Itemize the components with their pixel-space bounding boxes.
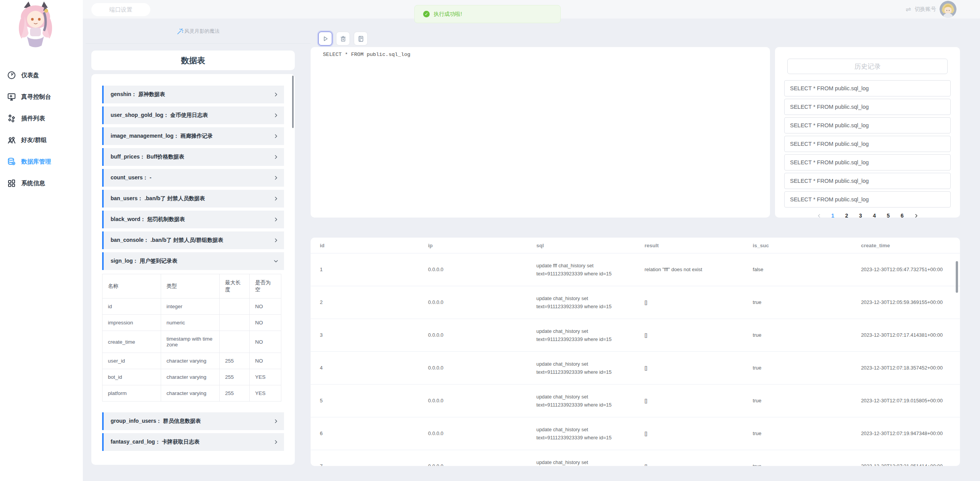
table-list-item[interactable]: ban_users： .ban/b了 封禁人员数据表 <box>102 190 284 208</box>
table-item-label: user_shop_gold_log： 金币使用日志表 <box>111 112 273 119</box>
magic-wand-icon <box>177 28 183 35</box>
schema-cell-maxlen: 255 <box>220 369 250 385</box>
schema-col-maxlen: 最大长度 <box>220 274 250 299</box>
port-settings-button[interactable]: 端口设置 <box>91 3 150 16</box>
table-list-item[interactable]: image_management_log： 画廊操作记录 <box>102 127 284 145</box>
table-list-item-expanded[interactable]: sign_log： 用户签到记录表 <box>102 252 284 270</box>
pagination-page-button[interactable]: 6 <box>895 213 909 219</box>
table-item-label: buff_prices： Buff价格数据表 <box>111 154 273 160</box>
schema-row: user_id character varying 255 NO <box>103 353 281 369</box>
schema-cell-name: create_time <box>103 331 161 353</box>
cell-result: [] <box>635 385 743 417</box>
cell-result: [] <box>635 417 743 450</box>
history-panel: 历史记录 SELECT * FROM public.sql_log SELECT… <box>775 47 960 218</box>
table-list-item[interactable]: count_users： - <box>102 169 284 187</box>
schema-cell-maxlen <box>220 331 250 353</box>
pagination-page-button[interactable]: 3 <box>854 213 867 219</box>
chevron-right-icon <box>273 113 279 118</box>
magic-caption-text: 风灵月影的魔法 <box>185 28 220 35</box>
switch-account-button[interactable]: ⇌ 切换账号 <box>906 0 956 19</box>
sql-editor-input[interactable]: SELECT * FROM public.sql_log <box>311 47 770 218</box>
sidebar-item-console[interactable]: 真寻控制台 <box>0 89 83 105</box>
results-row: 7 0.0.0.0 update chat_history set text=9… <box>311 450 960 466</box>
friends-icon <box>7 135 16 145</box>
cell-create-time: 2023-12-30T12:07:17.414381+00:00 <box>852 319 960 352</box>
editor-toolbar <box>318 32 368 46</box>
results-col-ip: ip <box>419 238 527 253</box>
results-col-create-time: create_time <box>852 238 960 253</box>
history-item[interactable]: SELECT * FROM public.sql_log <box>784 117 951 133</box>
query-results-panel: id ip sql result is_suc create_time 1 0.… <box>311 238 960 466</box>
table-item-label: count_users： - <box>111 174 273 181</box>
history-item[interactable]: SELECT * FROM public.sql_log <box>784 80 951 96</box>
schema-col-name: 名称 <box>103 274 161 299</box>
table-item-label: black_word： 惩罚机制数据表 <box>111 216 273 223</box>
cell-ip: 0.0.0.0 <box>419 253 527 286</box>
pagination-page-button[interactable]: 2 <box>840 213 854 219</box>
success-toast: ✓ 执行成功啦! <box>414 5 561 23</box>
schema-row: impression numeric NO <box>103 315 281 331</box>
switch-account-label: 切换账号 <box>914 6 936 13</box>
pagination-prev-icon[interactable] <box>812 213 826 218</box>
bot-logo-avatar <box>11 1 61 52</box>
results-row: 5 0.0.0.0 update chat_history set text=9… <box>311 385 960 417</box>
history-item[interactable]: SELECT * FROM public.sql_log <box>784 191 951 208</box>
pagination-next-icon[interactable] <box>909 213 923 218</box>
tables-panel-scrollbar[interactable] <box>292 76 294 128</box>
results-col-is-suc: is_suc <box>743 238 852 253</box>
success-check-icon: ✓ <box>423 11 430 17</box>
table-list-item[interactable]: group_info_users： 群员信息数据表 <box>102 412 284 430</box>
cell-id: 3 <box>311 319 419 352</box>
schema-cell-nullable: NO <box>250 299 281 315</box>
table-list-item[interactable]: black_word： 惩罚机制数据表 <box>102 211 284 228</box>
tables-panel-title: 数据表 <box>91 51 295 70</box>
schema-cell-type: character varying <box>161 385 220 402</box>
schema-cell-type: numeric <box>161 315 220 331</box>
play-icon <box>322 35 329 42</box>
sidebar-item-label: 系统信息 <box>21 179 45 187</box>
table-list-item[interactable]: genshin： 原神数据表 <box>102 86 284 103</box>
table-list-item[interactable]: ban_console： .ban/b了 封禁人员/群组数据表 <box>102 231 284 249</box>
sidebar-item-friends-groups[interactable]: 好友/群组 <box>0 132 83 148</box>
results-col-sql: sql <box>527 238 635 253</box>
history-item[interactable]: SELECT * FROM public.sql_log <box>784 136 951 152</box>
history-item[interactable]: SELECT * FROM public.sql_log <box>784 99 951 115</box>
pagination-page-button[interactable]: 1 <box>826 213 840 219</box>
history-item[interactable]: SELECT * FROM public.sql_log <box>784 173 951 189</box>
table-list-item[interactable]: fantasy_card_log： 卡牌获取日志表 <box>102 433 284 451</box>
sidebar-item-system-info[interactable]: 系统信息 <box>0 176 83 191</box>
sidebar-item-database[interactable]: 数据库管理 <box>0 154 83 169</box>
pagination-page-button[interactable]: 5 <box>881 213 895 219</box>
cell-is-suc: true <box>743 450 852 466</box>
history-list: SELECT * FROM public.sql_log SELECT * FR… <box>784 80 951 208</box>
trash-x-icon <box>340 35 347 42</box>
schema-cell-maxlen <box>220 299 250 315</box>
copy-record-button[interactable] <box>354 32 368 46</box>
results-scrollbar[interactable] <box>956 261 958 293</box>
cell-id: 1 <box>311 253 419 286</box>
schema-cell-type: integer <box>161 299 220 315</box>
table-item-label: image_management_log： 画廊操作记录 <box>111 133 273 140</box>
sidebar-item-dashboard[interactable]: 仪表盘 <box>0 68 83 83</box>
cell-ip: 0.0.0.0 <box>419 450 527 466</box>
results-row: 6 0.0.0.0 update chat_history set text=9… <box>311 417 960 450</box>
sidebar-nav: 仪表盘 真寻控制台 插件列表 <box>0 68 83 197</box>
table-item-label: genshin： 原神数据表 <box>111 91 273 98</box>
cell-id: 2 <box>311 286 419 319</box>
table-list-item[interactable]: user_shop_gold_log： 金币使用日志表 <box>102 106 284 124</box>
cell-ip: 0.0.0.0 <box>419 417 527 450</box>
schema-cell-maxlen: 255 <box>220 385 250 402</box>
schema-cell-name: id <box>103 299 161 315</box>
user-avatar[interactable] <box>940 1 956 18</box>
table-list-item[interactable]: buff_prices： Buff价格数据表 <box>102 148 284 166</box>
sidebar-item-plugins[interactable]: 插件列表 <box>0 111 83 126</box>
pagination-page-button[interactable]: 4 <box>867 213 881 219</box>
plugins-icon <box>7 114 16 123</box>
notebook-icon <box>357 35 365 42</box>
sidebar-item-label: 数据库管理 <box>21 158 51 166</box>
cell-sql: update chat_history set text=91112339233… <box>527 385 635 417</box>
run-sql-button[interactable] <box>318 32 332 46</box>
clear-sql-button[interactable] <box>336 32 350 46</box>
cell-result: [] <box>635 319 743 352</box>
history-item[interactable]: SELECT * FROM public.sql_log <box>784 154 951 170</box>
